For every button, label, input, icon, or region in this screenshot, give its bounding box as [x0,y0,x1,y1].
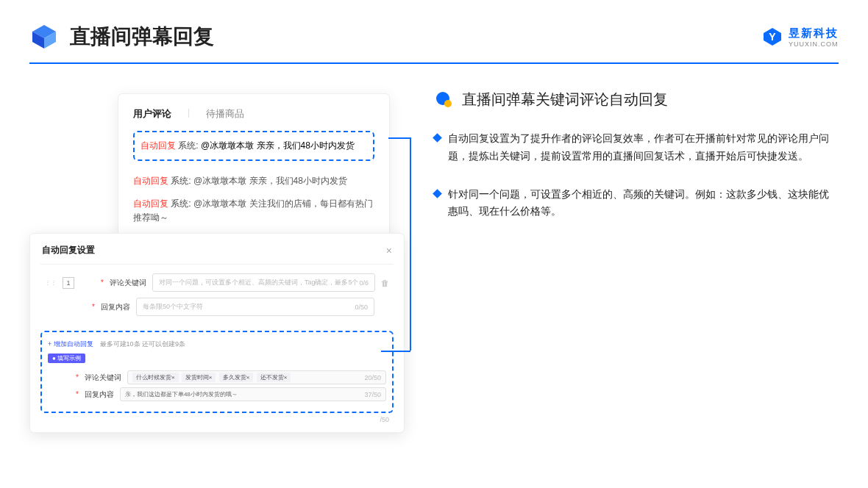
content-input[interactable]: 每条限50个中文字符 0/50 [136,298,374,316]
delete-icon[interactable]: 🗑 [381,279,389,287]
tab-separator: | [188,107,190,121]
logo-text-en: YUUXIN.COM [789,40,839,48]
bullet-diamond-icon [433,189,442,198]
add-auto-reply-link[interactable]: + 增加自动回复 [48,340,93,348]
screenshot-area: 用户评论 | 待播商品 自动回复 系统: @冰墩墩本墩 亲亲，我们48小时内发货… [29,86,390,241]
tab-user-comments[interactable]: 用户评论 [133,107,171,121]
logo-text-cn: 昱新科技 [789,26,839,40]
keyword-input[interactable]: 对同一个问题，可设置多个相近、高频的关键词，Tag确定，最多5个 0/6 [152,273,375,292]
trailing-count: /50 [40,413,394,423]
ex-content-input[interactable]: 亲，我们这边都是下单48小时内发货的哦～ 37/50 [120,387,386,401]
ex-keyword-input[interactable]: 什么时候发货× 发货时间× 多久发货× 还不发货× 20/50 [127,370,386,384]
connector-line [388,137,410,139]
connector-line [410,137,411,351]
keyword-tag[interactable]: 什么时候发货× [132,373,179,382]
keyword-tag[interactable]: 还不发货× [257,373,291,382]
modal-title: 自动回复设置 [42,244,95,256]
required-mark: * [92,303,95,311]
ex-keyword-label: 评论关键词 [85,373,121,383]
bullet-text-1: 自动回复设置为了提升作者的评论回复效率，作者可在开播前针对常见的评论用户问题，提… [448,130,839,165]
example-badge: ● 填写示例 [48,354,85,363]
description-area: 直播间弹幕关键词评论自动回复 自动回复设置为了提升作者的评论回复效率，作者可在开… [434,86,839,241]
auto-reply-row: 自动回复 系统: @冰墩墩本墩 关注我们的店铺，每日都有热门推荐呦～ [133,193,374,229]
svg-text:Y: Y [769,31,776,43]
highlighted-auto-reply: 自动回复 系统: @冰墩墩本墩 亲亲，我们48小时内发货 [133,131,374,161]
brand-logo: Y 昱新科技 YUUXIN.COM [762,26,839,48]
required-mark: * [101,279,104,287]
slide-header: 直播间弹幕回复 Y 昱新科技 YUUXIN.COM [0,0,868,62]
tab-pending-goods[interactable]: 待播商品 [206,107,244,121]
ex-content-label: 回复内容 [85,390,114,400]
add-note: 最多可建10条 还可以创建9条 [100,340,186,348]
page-title: 直播间弹幕回复 [70,23,762,51]
logo-icon: Y [762,26,783,47]
svg-point-6 [444,100,452,107]
index-box: 1 [63,277,74,289]
bullet-text-2: 针对同一个问题，可设置多个相近的、高频的关键词。例如：这款多少钱、这块能优惠吗、… [448,186,839,221]
keyword-label: 评论关键词 [110,278,146,288]
auto-reply-row: 自动回复 系统: @冰墩墩本墩 亲亲，我们48小时内发货 [133,170,374,193]
chat-bubble-icon [434,90,453,110]
close-icon[interactable]: × [386,245,392,256]
cube-icon [29,22,59,51]
drag-handle-icon[interactable]: ⋮⋮ [45,279,57,286]
example-highlight: + 增加自动回复 最多可建10条 还可以创建9条 ● 填写示例 * 评论关键词 … [40,331,394,413]
settings-modal: 自动回复设置 × ⋮⋮ 1 * 评论关键词 对同一个问题，可设置多个相近、高频的… [29,233,405,433]
connector-line [381,351,410,352]
bullet-diamond-icon [433,133,442,143]
keyword-tag[interactable]: 发货时间× [182,373,216,382]
keyword-tag[interactable]: 多久发货× [219,373,254,382]
comment-panel: 用户评论 | 待播商品 自动回复 系统: @冰墩墩本墩 亲亲，我们48小时内发货… [118,93,390,238]
section-subtitle: 直播间弹幕关键词评论自动回复 [462,90,668,110]
content-label: 回复内容 [101,302,130,312]
